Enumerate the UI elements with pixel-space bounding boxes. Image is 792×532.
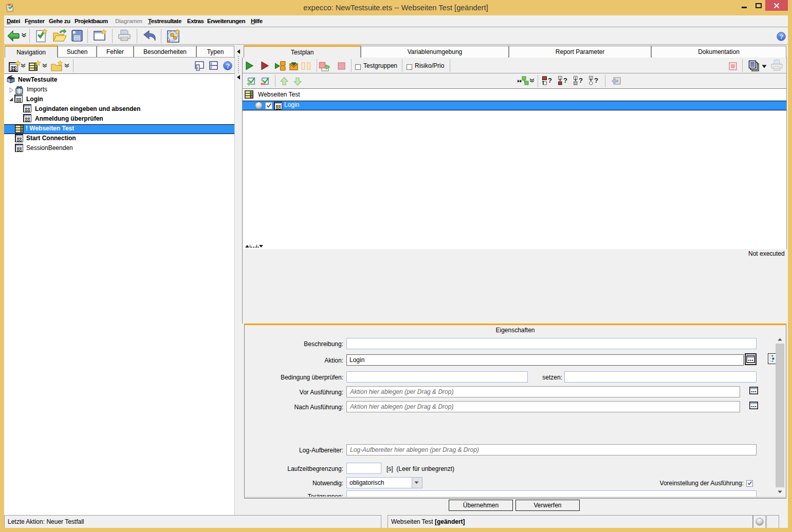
svg-text:?: ? bbox=[563, 77, 567, 84]
svg-text:?: ? bbox=[579, 77, 583, 84]
svg-text:?: ? bbox=[226, 63, 230, 70]
svg-text:?: ? bbox=[779, 33, 783, 41]
svg-text:?: ? bbox=[548, 77, 552, 84]
svg-text:?: ? bbox=[594, 77, 598, 84]
